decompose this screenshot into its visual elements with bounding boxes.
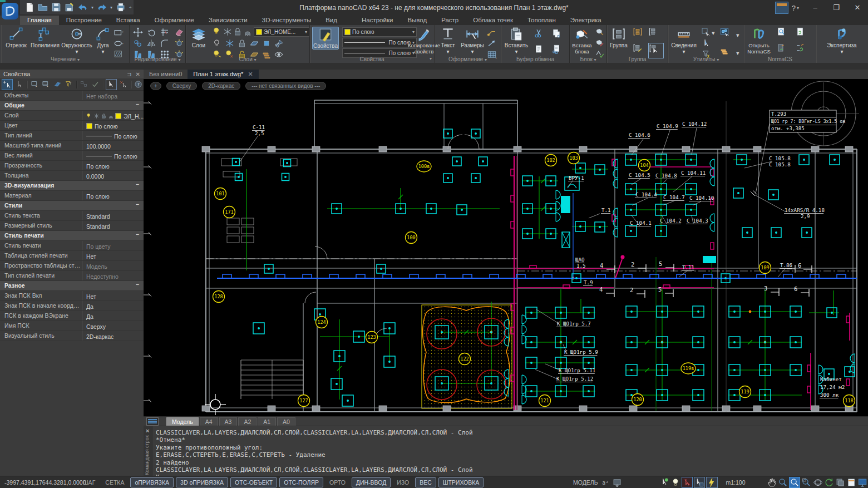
- quick-properties-icon[interactable]: [706, 477, 717, 488]
- command-history[interactable]: CLASSICLAYER,LA,LAYERS,ДИАЛСЛОЙ,СЛ,СЛОЙ,…: [156, 429, 866, 481]
- toggle-ВЕС[interactable]: ВЕС: [415, 477, 436, 487]
- toggle-ДИН-ВВОД[interactable]: ДИН-ВВОД: [352, 477, 391, 487]
- pin-icon[interactable]: ⊐: [127, 71, 131, 77]
- viewports-icon[interactable]: [835, 477, 845, 487]
- explode-tool-icon[interactable]: [174, 38, 184, 48]
- layer-on-icon[interactable]: [213, 27, 223, 37]
- trim-tool-icon[interactable]: [160, 27, 170, 37]
- linetype-combo[interactable]: По слою▾: [342, 38, 417, 47]
- copy-link-icon[interactable]: [551, 44, 564, 56]
- toggle-ОРТО[interactable]: ОРТО: [326, 478, 349, 487]
- ribbon-tab-8[interactable]: Вывод: [400, 16, 434, 25]
- prop-section-14[interactable]: Стиль печати−: [0, 231, 144, 241]
- ribbon-tab-12[interactable]: Электрика: [563, 16, 609, 25]
- prop-row-22[interactable]: ПСК в каждом ВЭкранеДа: [0, 311, 144, 321]
- paste-button[interactable]: Вставить▾: [504, 27, 529, 55]
- prop-section-9[interactable]: 3D-визуализация−: [0, 181, 144, 191]
- arrow-icon[interactable]: [14, 80, 24, 90]
- prop-row-17[interactable]: Пространство таблицы стиле...Модель: [0, 261, 144, 271]
- select-circles-icon[interactable]: [719, 27, 734, 42]
- ribbon-tab-1[interactable]: Построение: [59, 16, 109, 25]
- chk-icon[interactable]: [90, 80, 100, 90]
- polyline-button[interactable]: Полилиния: [30, 27, 60, 48]
- filtT-icon[interactable]: T: [63, 80, 73, 90]
- prop-row-3[interactable]: ЦветПо слою: [0, 121, 144, 131]
- selX-icon[interactable]: [118, 80, 128, 90]
- sel-add-icon[interactable]: [2, 79, 13, 90]
- prop-row-7[interactable]: ПрозрачностьПо слою: [0, 161, 144, 171]
- collapse-icon[interactable]: −: [131, 201, 144, 210]
- cut-icon[interactable]: [534, 28, 546, 41]
- save-all-icon[interactable]: [65, 2, 75, 12]
- layout-icon[interactable]: [846, 477, 856, 487]
- quick-select-icon[interactable]: [702, 38, 712, 48]
- prop-row-2[interactable]: СлойЭЛ_Н...: [0, 111, 144, 121]
- prop-row-8[interactable]: Толщина0.0000: [0, 171, 144, 181]
- move-tool-icon[interactable]: [133, 27, 143, 37]
- context-menu-icon[interactable]: [694, 477, 705, 488]
- doc-close-icon[interactable]: ✕: [248, 71, 253, 77]
- insert-block-button[interactable]: Вставка блока: [571, 27, 593, 55]
- open-icon[interactable]: [38, 2, 48, 12]
- circle-button[interactable]: Окружность▾: [61, 27, 93, 55]
- sheet-tab-А3[interactable]: А3: [219, 417, 238, 426]
- group-bounds-icon[interactable]: [633, 27, 645, 39]
- group-edit-icon[interactable]: [633, 43, 645, 55]
- match-properties-button[interactable]: Копирование свойств: [415, 27, 433, 55]
- layer-lock-icon[interactable]: [233, 27, 243, 37]
- layer-off-icon[interactable]: [213, 38, 223, 48]
- sheet-list-icon[interactable]: [146, 417, 159, 426]
- selection-cycling-icon[interactable]: [659, 477, 669, 487]
- sheet-tab-А2[interactable]: А2: [238, 417, 257, 426]
- ribbon-tab-0[interactable]: Главная: [20, 16, 59, 25]
- select-similar-icon[interactable]: [701, 27, 711, 37]
- toggle-ОТС-ОБЪЕКТ[interactable]: ОТС-ОБЪЕКТ: [230, 477, 277, 487]
- ribbon-tab-2[interactable]: Вставка: [109, 16, 147, 25]
- rectangle-icon[interactable]: ▾: [114, 28, 124, 38]
- app-logo[interactable]: [2, 3, 18, 19]
- prop-row-18[interactable]: Тип стилей печатиНедоступно: [0, 271, 144, 281]
- undo-icon[interactable]: [78, 2, 88, 12]
- open-normacs-button[interactable]: Открыть NormaCS: [745, 27, 773, 55]
- rectsel-icon[interactable]: ➤: [29, 80, 40, 90]
- toggle-ОТС-ПОЛЯР[interactable]: ОТС-ПОЛЯР: [279, 477, 323, 487]
- view-control-3[interactable]: --- нет связанных видов ---: [245, 82, 326, 90]
- properties-button[interactable]: Свойства: [312, 27, 339, 50]
- mirror-tool-icon[interactable]: [146, 38, 156, 48]
- color-combo[interactable]: По слою▾: [342, 27, 417, 37]
- selB-icon[interactable]: [106, 79, 117, 90]
- datum-icon[interactable]: [487, 38, 497, 48]
- drawing-canvas[interactable]: +Сверху2D-каркас--- нет связанных видов …: [144, 79, 868, 416]
- prop-row-15[interactable]: Стиль печатиПо цвету: [0, 241, 144, 251]
- layer-freeze-all-icon[interactable]: [225, 38, 235, 48]
- zoom-window-icon[interactable]: [789, 477, 800, 488]
- prop-section-19[interactable]: Разное−: [0, 281, 144, 291]
- ribbon-tab-3[interactable]: Оформление: [147, 16, 201, 25]
- grips-icon[interactable]: [79, 80, 89, 90]
- ribbon-tab-7[interactable]: Настройки: [354, 16, 400, 25]
- model-space-label[interactable]: МОДЕЛЬ: [573, 479, 598, 486]
- normacs-search-icon[interactable]: [776, 27, 790, 40]
- arc-button[interactable]: Дуга▾: [93, 27, 112, 55]
- undo-menu-icon[interactable]: ▾: [91, 5, 93, 10]
- measure-button[interactable]: Сведения▾: [670, 27, 697, 55]
- prop-row-0[interactable]: ОбъектыНет набора: [0, 91, 144, 101]
- ribbon-tab-6[interactable]: Вид: [318, 16, 344, 25]
- text-button[interactable]: Текст▾: [437, 27, 459, 55]
- line-button[interactable]: Отрезок: [3, 27, 29, 48]
- explode-tool-icon[interactable]: [174, 50, 184, 60]
- prop-section-11[interactable]: Стили−: [0, 201, 144, 211]
- lock-layer-icon[interactable]: [237, 38, 247, 48]
- toggle-оПРИВЯЗКА[interactable]: оПРИВЯЗКА: [130, 477, 174, 487]
- copy-icon[interactable]: [551, 28, 564, 41]
- qat-more-icon[interactable]: ÷: [129, 5, 131, 10]
- sheet-tab-А1[interactable]: А1: [258, 417, 276, 426]
- minimize-button[interactable]: –: [805, 0, 826, 16]
- command-close-icon[interactable]: ✕: [145, 428, 150, 434]
- toggle-3D оПРИВЯЗКА[interactable]: 3D оПРИВЯЗКА: [176, 477, 228, 487]
- erase-tool-icon[interactable]: [174, 27, 184, 37]
- selection-off-icon[interactable]: [682, 477, 693, 488]
- cad-drawing[interactable]: Т.293ЩО1 гр 7: ВВГнг-LS 3х1.5 ожотм. +3,…: [144, 79, 868, 416]
- prop-row-24[interactable]: Визуальный стиль2D-каркас: [0, 331, 144, 341]
- edit-block-icon[interactable]: [595, 38, 605, 48]
